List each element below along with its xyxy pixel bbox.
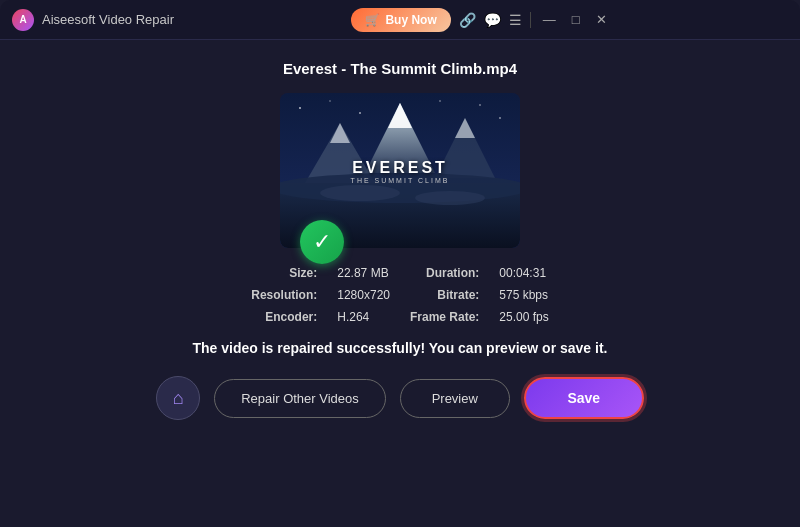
menu-icon[interactable]: ☰: [509, 12, 522, 28]
divider: [530, 12, 531, 28]
resolution-value: 1280x720: [337, 288, 390, 302]
chat-icon[interactable]: 💬: [484, 12, 501, 28]
bitrate-value: 575 kbps: [499, 288, 548, 302]
app-logo: A: [12, 9, 34, 31]
app-title: Aiseesoft Video Repair: [42, 12, 174, 27]
resolution-label: Resolution:: [251, 288, 317, 302]
minimize-button[interactable]: —: [539, 10, 560, 29]
bottom-actions: ⌂ Repair Other Videos Preview Save: [156, 376, 644, 420]
svg-point-3: [359, 112, 361, 114]
svg-point-1: [299, 107, 301, 109]
repair-other-button[interactable]: Repair Other Videos: [214, 379, 386, 418]
success-check-badge: ✓: [300, 220, 344, 264]
svg-point-2: [329, 100, 331, 102]
framerate-value: 25.00 fps: [499, 310, 548, 324]
video-info-grid: Size: 22.87 MB Duration: 00:04:31 Resolu…: [251, 266, 548, 324]
video-title: Everest - The Summit Climb.mp4: [283, 60, 517, 77]
framerate-label: Frame Rate:: [410, 310, 479, 324]
home-icon: ⌂: [173, 388, 184, 409]
title-bar-center: 🛒 Buy Now 🔗 💬 ☰ — □ ✕: [351, 8, 610, 32]
title-bar-left: A Aiseesoft Video Repair: [12, 9, 174, 31]
buy-now-button[interactable]: 🛒 Buy Now: [351, 8, 450, 32]
svg-point-15: [320, 185, 400, 201]
main-content: Everest - The Summit Climb.mp4: [0, 40, 800, 527]
preview-button[interactable]: Preview: [400, 379, 510, 418]
size-value: 22.87 MB: [337, 266, 390, 280]
link-icon[interactable]: 🔗: [459, 12, 476, 28]
cart-icon: 🛒: [365, 13, 380, 27]
svg-point-5: [499, 117, 501, 119]
bitrate-label: Bitrate:: [410, 288, 479, 302]
encoder-value: H.264: [337, 310, 390, 324]
svg-point-16: [415, 191, 485, 205]
encoder-label: Encoder:: [251, 310, 317, 324]
save-button[interactable]: Save: [524, 377, 644, 419]
home-button[interactable]: ⌂: [156, 376, 200, 420]
success-message: The video is repaired successfully! You …: [193, 340, 608, 356]
duration-label: Duration:: [410, 266, 479, 280]
svg-point-4: [479, 104, 481, 106]
maximize-button[interactable]: □: [568, 10, 584, 29]
title-bar: A Aiseesoft Video Repair 🛒 Buy Now 🔗 💬 ☰…: [0, 0, 800, 40]
duration-value: 00:04:31: [499, 266, 548, 280]
video-thumbnail-container: EVEREST THE SUMMIT CLIMB ✓: [280, 93, 520, 248]
close-button[interactable]: ✕: [592, 10, 611, 29]
size-label: Size:: [251, 266, 317, 280]
svg-point-6: [439, 100, 441, 102]
